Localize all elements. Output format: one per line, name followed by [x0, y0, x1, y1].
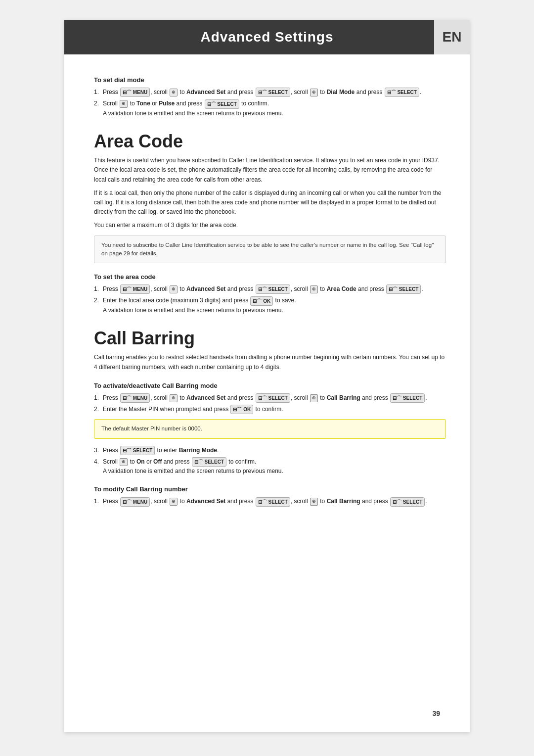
scroll-icon-3: ⊕: [120, 100, 128, 108]
scroll-icon-1: ⊕: [170, 89, 178, 96]
select-button-icon-3: ⊟⌒ SELECT: [205, 99, 239, 109]
select-button-icon-4: ⊟⌒ SELECT: [256, 284, 290, 294]
menu-button-icon-4: ⊟⌒ MENU: [120, 497, 150, 507]
modify-barring-step-1: 1. Press ⊟⌒ MENU, scroll ⊕ to Advanced S…: [94, 497, 446, 506]
activate-barring-step-2: 2. Enter the Master PIN when prompted an…: [94, 405, 446, 414]
menu-button-icon: ⊟⌒ MENU: [120, 88, 150, 97]
area-code-intro-2: If it is a local call, then only the pho…: [94, 189, 446, 217]
default-pin-box: The default Master PIN number is 0000.: [94, 419, 446, 438]
scroll-icon-8: ⊕: [120, 458, 128, 466]
dial-mode-steps: 1. Press ⊟⌒ MENU, scroll ⊕ to Advanced S…: [94, 88, 446, 118]
activate-barring-steps-2: 3. Press ⊟⌒ SELECT to enter Barring Mode…: [94, 446, 446, 476]
modify-barring-steps: 1. Press ⊟⌒ MENU, scroll ⊕ to Advanced S…: [94, 497, 446, 506]
scroll-icon-2: ⊕: [310, 89, 318, 96]
scroll-icon-5: ⊕: [310, 285, 318, 293]
scroll-icon-6: ⊕: [170, 394, 178, 402]
select-button-icon: ⊟⌒ SELECT: [256, 88, 290, 97]
set-area-code-step-1: 1. Press ⊟⌒ MENU, scroll ⊕ to Advanced S…: [94, 284, 446, 294]
page-number: 39: [432, 709, 440, 717]
header-title: Advanced Settings: [200, 29, 333, 45]
set-area-code-step-2: 2. Enter the local area code (maximum 3 …: [94, 296, 446, 314]
area-code-intro-1: This feature is useful when you have sub…: [94, 156, 446, 185]
dial-mode-step-2: 2. Scroll ⊕ to Tone or Pulse and press ⊟…: [94, 99, 446, 117]
area-code-heading: Area Code: [94, 132, 446, 151]
area-code-note-text: You need to subscribe to Caller Line Ide…: [101, 242, 434, 256]
page: Advanced Settings EN To set dial mode 1.…: [64, 20, 470, 732]
scroll-icon-7: ⊕: [310, 394, 318, 402]
dial-mode-step-1: 1. Press ⊟⌒ MENU, scroll ⊕ to Advanced S…: [94, 88, 446, 97]
select-button-icon-7: ⊟⌒ SELECT: [390, 393, 425, 403]
lang-badge: EN: [434, 20, 470, 54]
activate-barring-heading: To activate/deactivate Call Barring mode: [94, 382, 446, 389]
select-button-icon-8: ⊟⌒ SELECT: [120, 446, 155, 455]
select-button-icon-5: ⊟⌒ SELECT: [386, 284, 421, 294]
ok-button-icon: ⊟⌒ OK: [250, 296, 273, 306]
menu-button-icon-3: ⊟⌒ MENU: [120, 393, 150, 403]
select-button-icon-9: ⊟⌒ SELECT: [192, 457, 226, 467]
call-barring-heading: Call Barring: [94, 329, 446, 348]
default-pin-text: The default Master PIN number is 0000.: [101, 425, 202, 431]
scroll-icon-4: ⊕: [170, 285, 178, 293]
select-button-icon-11: ⊟⌒ SELECT: [390, 497, 425, 507]
header-banner: Advanced Settings EN: [64, 20, 470, 54]
activate-barring-step-3: 3. Press ⊟⌒ SELECT to enter Barring Mode…: [94, 446, 446, 455]
activate-barring-step-4: 4. Scroll ⊕ to On or Off and press ⊟⌒ SE…: [94, 457, 446, 475]
menu-button-icon-2: ⊟⌒ MENU: [120, 284, 150, 294]
content-area: To set dial mode 1. Press ⊟⌒ MENU, scrol…: [64, 54, 470, 520]
scroll-icon-10: ⊕: [310, 498, 318, 506]
select-button-icon-2: ⊟⌒ SELECT: [385, 88, 419, 97]
area-code-note-box: You need to subscribe to Caller Line Ide…: [94, 236, 446, 264]
ok-button-icon-2: ⊟⌒ OK: [230, 405, 253, 414]
select-button-icon-10: ⊟⌒ SELECT: [256, 497, 290, 507]
select-button-icon-6: ⊟⌒ SELECT: [256, 393, 290, 403]
activate-barring-step-1: 1. Press ⊟⌒ MENU, scroll ⊕ to Advanced S…: [94, 393, 446, 403]
scroll-icon-9: ⊕: [170, 498, 178, 506]
dial-mode-heading: To set dial mode: [94, 76, 446, 84]
set-area-code-steps: 1. Press ⊟⌒ MENU, scroll ⊕ to Advanced S…: [94, 284, 446, 315]
set-area-code-heading: To set the area code: [94, 273, 446, 281]
area-code-intro-3: You can enter a maximum of 3 digits for …: [94, 221, 446, 230]
activate-barring-steps: 1. Press ⊟⌒ MENU, scroll ⊕ to Advanced S…: [94, 393, 446, 415]
modify-barring-heading: To modify Call Barring number: [94, 485, 446, 493]
call-barring-intro: Call barring enables you to restrict sel…: [94, 353, 446, 372]
